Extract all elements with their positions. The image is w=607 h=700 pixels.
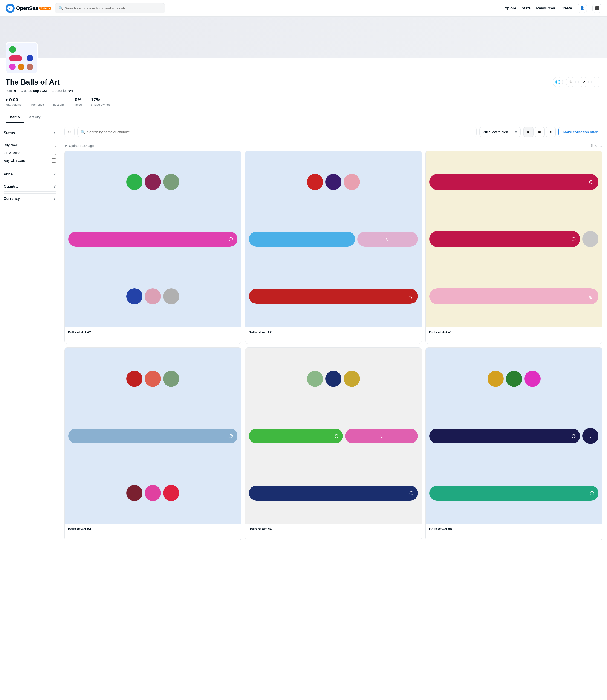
- buy-now-label: Buy Now: [4, 143, 18, 147]
- nav-links: Explore Stats Resources Create 👤 ⬛: [503, 4, 602, 13]
- stat-item: --- best offer: [53, 97, 66, 106]
- currency-filter-section: Currency ∨: [4, 194, 56, 204]
- nft-image: ☺ ☺ ☺: [426, 151, 602, 327]
- item-search-bar[interactable]: 🔍: [77, 127, 477, 137]
- stat-label: listed: [75, 103, 82, 106]
- tab-items[interactable]: Items: [5, 112, 24, 123]
- nft-info: Balls of Art #1: [426, 327, 602, 343]
- sort-dropdown[interactable]: Price low to high ∨: [479, 127, 521, 137]
- nft-image: ☺ ☺ ☺: [426, 348, 602, 524]
- sort-chevron-icon: ∨: [515, 130, 517, 134]
- collection-title: The Balls of Art: [5, 78, 60, 86]
- nft-info: Balls of Art #7: [245, 327, 422, 343]
- nft-card[interactable]: ☺ Balls of Art #2: [64, 151, 242, 344]
- navbar: OpenSea Testnets 🔍 Explore Stats Resourc…: [0, 0, 607, 17]
- nft-grid: ☺ Balls of Art #2: [64, 151, 602, 549]
- refresh-info: ↻ Updated 16h ago: [64, 144, 93, 147]
- nft-name: Balls of Art #7: [249, 330, 419, 334]
- grid-list-btn[interactable]: ≡: [546, 127, 556, 137]
- opensea-icon-btn[interactable]: 🌐: [553, 77, 563, 87]
- watchlist-btn[interactable]: ☆: [566, 77, 576, 87]
- stat-item: --- floor price: [31, 97, 44, 106]
- quantity-label: Quantity: [4, 184, 19, 188]
- buy-with-card-label: Buy with Card: [4, 159, 25, 163]
- meta-items-label: Items: [5, 89, 13, 93]
- stat-label: unique owners: [91, 103, 111, 106]
- nft-name: Balls of Art #1: [429, 330, 599, 334]
- filter-on-auction[interactable]: On Auction: [4, 149, 56, 157]
- item-search-input[interactable]: [87, 130, 473, 134]
- stat-item: 17% unique owners: [91, 97, 111, 106]
- filter-buy-now[interactable]: Buy Now: [4, 141, 56, 149]
- price-filter-header[interactable]: Price ∨: [4, 169, 56, 179]
- nft-name: Balls of Art #5: [429, 527, 599, 531]
- nft-image: ☺: [65, 151, 241, 327]
- grid-large-btn[interactable]: ⊞: [523, 127, 533, 137]
- more-options-btn[interactable]: ···: [591, 77, 602, 87]
- buy-now-checkbox[interactable]: [52, 143, 56, 147]
- filter-toggle-btn[interactable]: ⚙: [64, 127, 75, 137]
- sort-label: Price low to high: [483, 130, 508, 134]
- collection-logo: [5, 42, 38, 74]
- meta-items-count: 6: [14, 89, 16, 93]
- share-btn[interactable]: ↗: [579, 77, 589, 87]
- nav-badge: Testnets: [39, 7, 51, 10]
- status-filter-header[interactable]: Status ∧: [4, 128, 56, 138]
- status-bar: ↻ Updated 16h ago 6 items: [64, 141, 602, 151]
- nft-image: ☺ ☺ ☺: [245, 348, 422, 524]
- nft-info: Balls of Art #5: [426, 524, 602, 540]
- buy-with-card-checkbox[interactable]: [52, 158, 56, 163]
- logo-link[interactable]: OpenSea Testnets: [5, 4, 51, 13]
- grid-medium-btn[interactable]: ⊞: [535, 127, 545, 137]
- nav-search-bar[interactable]: 🔍: [55, 3, 165, 13]
- on-auction-checkbox[interactable]: [52, 151, 56, 155]
- make-collection-offer-btn[interactable]: Make collection offer: [559, 127, 602, 137]
- currency-label: Currency: [4, 197, 20, 201]
- tab-activity[interactable]: Activity: [24, 112, 45, 123]
- price-chevron-icon: ∨: [53, 172, 56, 176]
- stat-value: 0%: [75, 97, 82, 102]
- nft-card[interactable]: ☺ Balls of Art #3: [64, 347, 242, 541]
- status-chevron-icon: ∧: [53, 131, 56, 135]
- nft-info: Balls of Art #3: [65, 524, 241, 540]
- nft-card[interactable]: ☺ ☺ ☺ Balls of Art #1: [425, 151, 602, 344]
- quantity-filter-header[interactable]: Quantity ∨: [4, 181, 56, 192]
- nft-name: Balls of Art #2: [68, 330, 238, 334]
- search-icon: 🔍: [59, 6, 63, 11]
- stat-label: best offer: [53, 103, 66, 106]
- status-filter-section: Status ∧ Buy Now On Auction Buy with Car…: [4, 128, 56, 167]
- filter-icon: ⚙: [68, 130, 71, 134]
- refresh-icon[interactable]: ↻: [64, 144, 67, 147]
- nav-search-input[interactable]: [65, 6, 161, 10]
- currency-filter-header[interactable]: Currency ∨: [4, 194, 56, 204]
- account-icon: 👤: [580, 6, 584, 11]
- nft-info: Balls of Art #4: [245, 524, 422, 540]
- nft-card[interactable]: ☺ ☺ Balls of Art #7: [245, 151, 422, 344]
- on-auction-label: On Auction: [4, 151, 20, 155]
- nav-resources[interactable]: Resources: [536, 6, 555, 11]
- status-filter-options: Buy Now On Auction Buy with Card: [4, 138, 56, 167]
- meta-created-label: Created: [20, 89, 32, 93]
- price-filter-section: Price ∨: [4, 169, 56, 179]
- collection-actions: 🌐 ☆ ↗ ···: [553, 77, 602, 87]
- nft-name: Balls of Art #3: [68, 527, 238, 531]
- wallet-icon-btn[interactable]: ⬛: [592, 4, 602, 13]
- stat-value: ♦ 0.00: [5, 97, 22, 102]
- meta-fee-label: Creator fee: [51, 89, 67, 93]
- nav-explore[interactable]: Explore: [503, 6, 516, 11]
- nav-stats[interactable]: Stats: [522, 6, 530, 11]
- stat-item: 0% listed: [75, 97, 82, 106]
- stat-item: ♦ 0.00 total volume: [5, 97, 22, 106]
- nft-image: ☺: [65, 348, 241, 524]
- nft-card[interactable]: ☺ ☺ ☺ Balls of Art #4: [245, 347, 422, 541]
- refresh-text: Updated 16h ago: [69, 144, 93, 147]
- account-icon-btn[interactable]: 👤: [578, 4, 587, 13]
- nft-info: Balls of Art #2: [65, 327, 241, 343]
- stat-label: floor price: [31, 103, 44, 106]
- wallet-icon: ⬛: [594, 6, 599, 11]
- nft-card[interactable]: ☺ ☺ ☺ Balls of Art #5: [425, 347, 602, 541]
- view-toggles: ⊞ ⊞ ≡: [523, 127, 556, 137]
- nav-create[interactable]: Create: [561, 6, 572, 11]
- status-label: Status: [4, 131, 15, 135]
- filter-buy-with-card[interactable]: Buy with Card: [4, 157, 56, 164]
